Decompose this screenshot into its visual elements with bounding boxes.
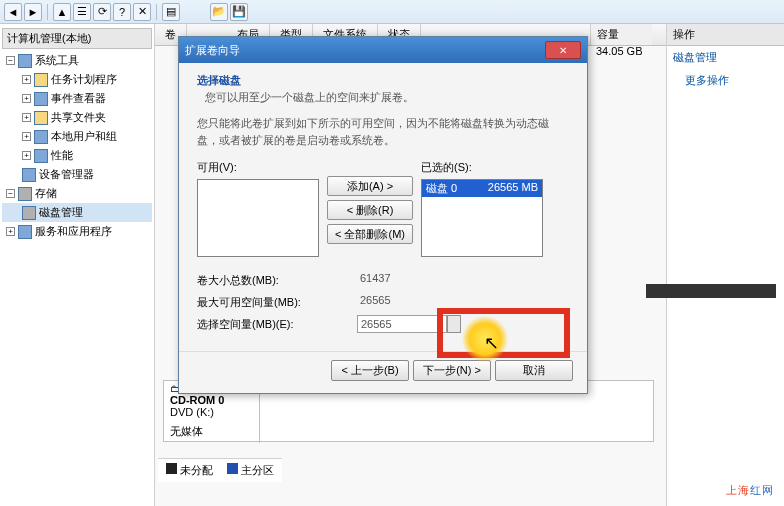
tree-task-scheduler[interactable]: +任务计划程序 bbox=[2, 70, 152, 89]
tree-local-users[interactable]: +本地用户和组 bbox=[2, 127, 152, 146]
extend-volume-wizard-dialog: 扩展卷向导 ✕ 选择磁盘 您可以用至少一个磁盘上的空间来扩展卷。 您只能将此卷扩… bbox=[178, 36, 588, 394]
dark-bar bbox=[646, 284, 776, 298]
cancel-button[interactable]: 取消 bbox=[495, 360, 573, 381]
tb-up-icon[interactable]: ▲ bbox=[53, 3, 71, 21]
tb-save-icon[interactable]: 💾 bbox=[230, 3, 248, 21]
total-size-value: 61437 bbox=[357, 271, 447, 289]
dialog-titlebar[interactable]: 扩展卷向导 ✕ bbox=[179, 37, 587, 63]
dialog-subheading: 您可以用至少一个磁盘上的空间来扩展卷。 bbox=[197, 90, 569, 105]
tree-shared-folders[interactable]: +共享文件夹 bbox=[2, 108, 152, 127]
tb-list-icon[interactable]: ▤ bbox=[162, 3, 180, 21]
back-button[interactable]: < 上一步(B) bbox=[331, 360, 409, 381]
total-size-label: 卷大小总数(MB): bbox=[197, 273, 357, 288]
tree-event-viewer[interactable]: +事件查看器 bbox=[2, 89, 152, 108]
tree-root[interactable]: 计算机管理(本地) bbox=[2, 28, 152, 49]
legend: 未分配 主分区 bbox=[158, 458, 282, 482]
tb-help-icon[interactable]: ? bbox=[113, 3, 131, 21]
tree-storage[interactable]: −存储 bbox=[2, 184, 152, 203]
nav-tree: 计算机管理(本地) −系统工具 +任务计划程序 +事件查看器 +共享文件夹 +本… bbox=[0, 24, 155, 506]
tree-performance[interactable]: +性能 bbox=[2, 146, 152, 165]
dialog-title: 扩展卷向导 bbox=[185, 43, 240, 58]
dialog-heading: 选择磁盘 bbox=[197, 73, 569, 88]
tb-props-icon[interactable]: ☰ bbox=[73, 3, 91, 21]
selected-disk-item[interactable]: 磁盘 0 26565 MB bbox=[422, 180, 542, 197]
tree-device-mgr[interactable]: 设备管理器 bbox=[2, 165, 152, 184]
available-label: 可用(V): bbox=[197, 160, 319, 175]
tree-system-tools[interactable]: −系统工具 bbox=[2, 51, 152, 70]
tree-services[interactable]: +服务和应用程序 bbox=[2, 222, 152, 241]
selected-listbox[interactable]: 磁盘 0 26565 MB bbox=[421, 179, 543, 257]
capacity-value: 34.05 GB bbox=[590, 44, 662, 58]
select-space-input[interactable] bbox=[357, 315, 447, 333]
max-space-value: 26565 bbox=[357, 293, 447, 311]
actions-header: 操作 bbox=[667, 24, 784, 46]
close-button[interactable]: ✕ bbox=[545, 41, 581, 59]
tb-x-icon[interactable]: ✕ bbox=[133, 3, 151, 21]
action-more[interactable]: 更多操作 bbox=[667, 69, 784, 92]
col-capacity-hdr[interactable]: 容量 bbox=[590, 24, 652, 45]
legend-primary-icon bbox=[227, 463, 238, 474]
add-button[interactable]: 添加(A) > bbox=[327, 176, 413, 196]
tb-refresh-icon[interactable]: ⟳ bbox=[93, 3, 111, 21]
spinner-icon[interactable] bbox=[447, 315, 461, 333]
remove-button[interactable]: < 删除(R) bbox=[327, 200, 413, 220]
tree-disk-mgmt[interactable]: 磁盘管理 bbox=[2, 203, 152, 222]
tb-back-icon[interactable]: ◄ bbox=[4, 3, 22, 21]
select-space-label: 选择空间量(MB)(E): bbox=[197, 317, 357, 332]
tb-fwd-icon[interactable]: ► bbox=[24, 3, 42, 21]
dialog-description: 您只能将此卷扩展到如下所示的可用空间，因为不能将磁盘转换为动态磁盘，或者被扩展的… bbox=[197, 115, 569, 148]
tb-open-icon[interactable]: 📂 bbox=[210, 3, 228, 21]
actions-pane: 操作 磁盘管理 更多操作 bbox=[666, 24, 784, 506]
action-disk-mgmt[interactable]: 磁盘管理 bbox=[667, 46, 784, 69]
watermark: 上海红网 bbox=[726, 474, 774, 500]
max-space-label: 最大可用空间量(MB): bbox=[197, 295, 357, 310]
next-button[interactable]: 下一步(N) > bbox=[413, 360, 491, 381]
legend-unalloc-icon bbox=[166, 463, 177, 474]
main-toolbar: ◄ ► ▲ ☰ ⟳ ? ✕ ▤ 📂 💾 bbox=[0, 0, 784, 24]
selected-label: 已选的(S): bbox=[421, 160, 543, 175]
available-listbox[interactable] bbox=[197, 179, 319, 257]
remove-all-button[interactable]: < 全部删除(M) bbox=[327, 224, 413, 244]
